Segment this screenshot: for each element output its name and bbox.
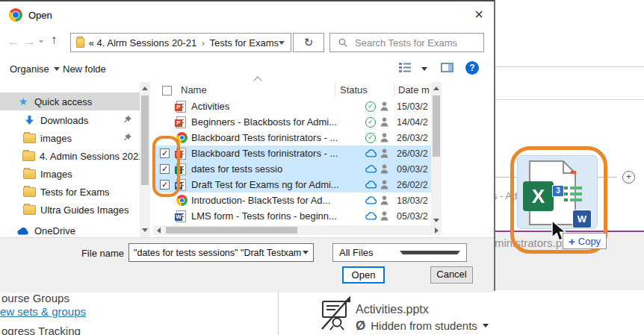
close-icon[interactable]: × bbox=[469, 4, 489, 24]
scrollbar-thumb[interactable] bbox=[166, 227, 297, 234]
file-name-label: File name bbox=[72, 248, 124, 259]
chevron-down-icon[interactable] bbox=[303, 251, 309, 254]
file-type-icon bbox=[176, 195, 191, 206]
pin-icon[interactable] bbox=[123, 133, 132, 144]
file-row[interactable]: Blackboard Tests forinistrators - ... ✓ … bbox=[153, 130, 431, 145]
help-icon[interactable]: ? bbox=[465, 61, 479, 75]
search-box[interactable] bbox=[329, 33, 484, 52]
column-header-date[interactable]: Date m bbox=[398, 84, 430, 96]
page-divider-line bbox=[495, 99, 644, 100]
page-divider-line bbox=[495, 66, 644, 67]
add-content-plus-icon[interactable]: + bbox=[622, 171, 635, 184]
search-icon bbox=[338, 38, 347, 47]
address-bar[interactable]: « 4. Alrm Sessions 20-21 › Tests for Exa… bbox=[70, 33, 291, 52]
search-input[interactable] bbox=[353, 37, 483, 49]
file-name: Introduction- BlackTests for Ad... bbox=[191, 195, 365, 206]
up-icon[interactable]: ↑ bbox=[51, 33, 58, 48]
file-row[interactable]: W LMS form - Tests forins - beginn... 05… bbox=[153, 208, 431, 224]
sidebar-item-tests-for-exams[interactable]: Tests for Exams bbox=[0, 183, 140, 201]
visibility-label: Hidden from students bbox=[371, 319, 477, 332]
recent-locations-icon[interactable] bbox=[39, 40, 43, 43]
shared-person-icon bbox=[380, 101, 397, 111]
column-header-status[interactable]: Status bbox=[340, 84, 368, 96]
file-type-icon: P bbox=[176, 101, 191, 113]
refresh-button[interactable]: ↻ bbox=[293, 33, 324, 52]
scroll-down-button[interactable] bbox=[140, 225, 150, 234]
file-name-input[interactable] bbox=[129, 248, 303, 258]
presentation-hidden-icon bbox=[320, 296, 351, 331]
file-name-combobox[interactable] bbox=[129, 243, 314, 262]
sync-status-icon bbox=[365, 149, 380, 157]
sync-status-icon bbox=[365, 181, 380, 189]
shared-person-icon bbox=[380, 148, 397, 158]
date-modified: 05/03/2 bbox=[397, 211, 431, 222]
sidebar-item-quick-access[interactable]: ★ Quick access bbox=[0, 93, 140, 110]
new-folder-button[interactable]: New folde bbox=[63, 63, 106, 75]
annotation-checkboxes bbox=[152, 136, 180, 197]
open-file-dialog: Open × ← → ↑ « 4. Alrm Sessions 20-21 › … bbox=[0, 0, 495, 291]
file-row[interactable]: ✓ X dates for tests sessio 09/03/2 bbox=[153, 161, 431, 177]
sidebar-item-images[interactable]: images bbox=[0, 129, 140, 147]
chevron-down-icon[interactable] bbox=[279, 41, 285, 45]
file-row[interactable]: P Beginners - Blackbosts for Admi... ✓ 1… bbox=[153, 114, 431, 130]
file-row[interactable]: P Activities ✓ 15/03/2 bbox=[153, 98, 431, 114]
folder-icon bbox=[23, 187, 36, 197]
page-vertical-divider bbox=[278, 291, 279, 335]
scrollbar-thumb[interactable] bbox=[141, 96, 149, 185]
chrome-icon bbox=[9, 8, 22, 22]
back-icon[interactable]: ← bbox=[7, 35, 19, 48]
pin-icon[interactable] bbox=[123, 115, 132, 126]
scroll-up-button[interactable] bbox=[431, 84, 442, 93]
scroll-up-button[interactable] bbox=[140, 84, 150, 93]
select-all-checkbox[interactable] bbox=[162, 86, 172, 96]
copy-drop-label: + Copy bbox=[563, 233, 607, 249]
activities-file-title: Activities.pptx bbox=[356, 303, 429, 316]
file-row[interactable]: ✓ W Draft Test for Exams ng for Admi... … bbox=[153, 177, 431, 192]
breadcrumb-current[interactable]: Tests for Exams bbox=[210, 37, 279, 48]
view-sets-groups-link[interactable]: ew sets & groups bbox=[0, 305, 86, 318]
scrollbar-thumb[interactable] bbox=[433, 96, 440, 157]
folder-icon bbox=[23, 134, 36, 143]
chevron-down-icon bbox=[400, 251, 460, 254]
sidebar-item-4-admin-sessions-2021[interactable]: 4. Admin Sessions 2021 bbox=[0, 147, 140, 165]
visibility-dropdown[interactable]: Ø Hidden from students bbox=[356, 319, 489, 332]
organise-menu[interactable]: Organise bbox=[10, 63, 60, 75]
date-modified: 09/03/2 bbox=[397, 164, 431, 175]
forward-icon[interactable]: → bbox=[24, 35, 36, 48]
scroll-down-button[interactable] bbox=[431, 216, 442, 225]
file-name: Blackboard Tests forinistrators - ... bbox=[191, 148, 365, 159]
view-options-chevron-icon[interactable] bbox=[421, 67, 427, 71]
date-modified: 15/03/2 bbox=[397, 101, 431, 112]
date-modified: 14/04/2 bbox=[397, 117, 431, 128]
shared-person-icon bbox=[380, 133, 397, 143]
preview-pane-icon[interactable] bbox=[441, 63, 453, 72]
sync-status-icon bbox=[365, 196, 380, 204]
file-row[interactable]: ✓ P Blackboard Tests forinistrators - ..… bbox=[153, 145, 431, 161]
column-header-name[interactable]: Name bbox=[181, 84, 207, 96]
download-icon bbox=[25, 116, 34, 125]
scroll-right-button[interactable] bbox=[432, 225, 441, 235]
sort-ascending-icon bbox=[253, 76, 261, 84]
plus-icon: + bbox=[569, 235, 575, 248]
details-view-icon[interactable] bbox=[399, 63, 412, 73]
file-name: LMS form - Tests forins - beginn... bbox=[191, 210, 365, 222]
file-type-icon: P bbox=[176, 116, 191, 128]
file-name: dates for tests sessio bbox=[191, 163, 365, 175]
date-modified: 26/02/2 bbox=[397, 180, 431, 190]
sync-status-icon: ✓ bbox=[365, 117, 380, 128]
breadcrumb[interactable]: « 4. Alrm Sessions 20-21 › Tests for Exa… bbox=[89, 37, 279, 48]
file-name: Activities bbox=[191, 101, 365, 112]
sidebar-item-ultra-guides-images[interactable]: Ultra Guides Images bbox=[0, 201, 140, 219]
scroll-left-button[interactable] bbox=[154, 225, 163, 235]
course-groups-heading: ourse Groups bbox=[1, 292, 69, 304]
open-button[interactable]: Open bbox=[342, 266, 385, 284]
sync-status-icon bbox=[365, 165, 380, 173]
dialog-title: Open bbox=[28, 10, 52, 21]
cancel-button[interactable]: Cancel bbox=[430, 266, 473, 284]
file-row[interactable]: Introduction- BlackTests for Ad... 18/03… bbox=[153, 192, 431, 208]
chevron-down-icon bbox=[483, 324, 489, 328]
shared-person-icon bbox=[380, 117, 397, 127]
file-type-dropdown[interactable]: All Files bbox=[332, 243, 467, 262]
sidebar-item-images[interactable]: Images bbox=[0, 165, 140, 183]
sidebar-item-downloads[interactable]: Downloads bbox=[0, 111, 140, 129]
